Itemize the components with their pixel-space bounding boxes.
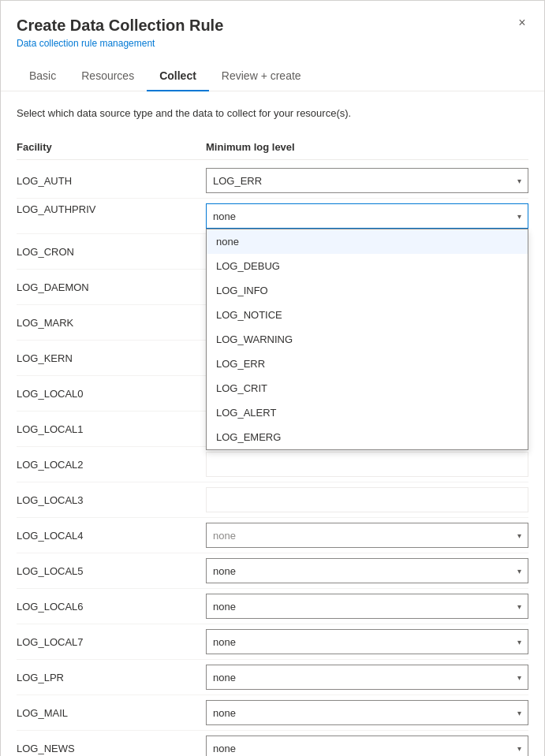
facility-column-header: Facility xyxy=(17,141,206,153)
facility-name: LOG_AUTHPRIV xyxy=(17,203,206,215)
dropdown-value: none xyxy=(213,565,236,577)
table-row: LOG_LPR none ▾ xyxy=(17,660,528,695)
dropdown-value: LOG_ERR xyxy=(213,175,262,187)
chevron-down-icon: ▾ xyxy=(517,531,521,540)
facility-name: LOG_MAIL xyxy=(17,707,206,719)
create-data-collection-rule-dialog: Create Data Collection Rule Data collect… xyxy=(0,0,545,756)
table-row: LOG_MAIL none ▾ xyxy=(17,695,528,731)
instruction-text: Select which data source type and the da… xyxy=(17,107,528,119)
chevron-down-icon: ▾ xyxy=(517,212,521,221)
facility-table: Facility Minimum log level LOG_AUTH LOG_… xyxy=(17,135,528,756)
dropdown-option[interactable]: LOG_WARNING xyxy=(207,327,528,352)
loglevel-column-header: Minimum log level xyxy=(206,141,528,153)
chevron-down-icon: ▾ xyxy=(517,638,521,646)
loglevel-dropdown-log-local4[interactable]: none ▾ xyxy=(206,523,528,548)
loglevel-cell: none ▾ xyxy=(206,523,528,548)
dropdown-option[interactable]: none xyxy=(207,229,528,254)
facility-name: LOG_DAEMON xyxy=(17,281,206,293)
table-row: LOG_AUTH LOG_ERR ▾ xyxy=(17,163,528,199)
loglevel-dropdown-log-auth[interactable]: LOG_ERR ▾ xyxy=(206,168,528,193)
loglevel-dropdown-log-local7[interactable]: none ▾ xyxy=(206,629,528,654)
dialog-body: Select which data source type and the da… xyxy=(1,91,544,756)
tab-review-create[interactable]: Review + create xyxy=(209,61,314,91)
facility-name: LOG_CRON xyxy=(17,246,206,258)
dropdown-option[interactable]: LOG_ERR xyxy=(207,352,528,376)
facility-name: LOG_LOCAL5 xyxy=(17,565,206,577)
chevron-down-icon: ▾ xyxy=(517,177,521,185)
loglevel-cell: LOG_ERR ▾ xyxy=(206,168,528,193)
table-row: LOG_LOCAL7 none ▾ xyxy=(17,624,528,660)
dialog-header: Create Data Collection Rule Data collect… xyxy=(1,1,544,61)
tab-collect[interactable]: Collect xyxy=(147,61,209,91)
loglevel-cell: none ▾ xyxy=(206,558,528,583)
dropdown-value: none xyxy=(213,530,236,542)
loglevel-cell: none ▾ xyxy=(206,665,528,690)
loglevel-dropdown-log-authpriv[interactable]: none ▾ xyxy=(206,203,528,229)
dropdown-value: none xyxy=(213,707,236,719)
table-row: LOG_NEWS none ▾ xyxy=(17,731,528,756)
dropdown-option[interactable]: LOG_ALERT xyxy=(207,400,528,425)
loglevel-cell: none ▾ xyxy=(206,700,528,725)
table-row: LOG_LOCAL4 none ▾ xyxy=(17,518,528,553)
table-row: LOG_AUTHPRIV none ▾ none LOG_DEBUG LOG_I… xyxy=(17,199,528,234)
dropdown-value: none xyxy=(213,601,236,613)
dropdown-option[interactable]: LOG_EMERG xyxy=(207,425,528,449)
loglevel-dropdown-log-lpr[interactable]: none ▾ xyxy=(206,665,528,690)
facility-name: LOG_LOCAL7 xyxy=(17,636,206,648)
loglevel-dropdown-log-local2[interactable] xyxy=(206,452,528,477)
facility-name: LOG_LOCAL6 xyxy=(17,601,206,613)
facility-name: LOG_AUTH xyxy=(17,175,206,187)
chevron-down-icon: ▾ xyxy=(517,709,521,717)
loglevel-dropdown-log-news[interactable]: none ▾ xyxy=(206,736,528,756)
dropdown-value: none xyxy=(213,636,236,648)
facility-name: LOG_LOCAL2 xyxy=(17,459,206,471)
tab-basic[interactable]: Basic xyxy=(17,61,69,91)
dialog-title: Create Data Collection Rule xyxy=(17,17,528,35)
dropdown-option[interactable]: LOG_CRIT xyxy=(207,376,528,400)
table-header: Facility Minimum log level xyxy=(17,135,528,160)
table-row: LOG_LOCAL3 xyxy=(17,482,528,518)
tab-resources[interactable]: Resources xyxy=(69,61,147,91)
dropdown-menu: none LOG_DEBUG LOG_INFO LOG_NOTICE LOG_W… xyxy=(206,229,528,450)
loglevel-dropdown-log-mail[interactable]: none ▾ xyxy=(206,700,528,725)
loglevel-cell xyxy=(206,452,528,477)
dialog-subtitle: Data collection rule management xyxy=(17,38,528,49)
chevron-down-icon: ▾ xyxy=(517,602,521,611)
facility-name: LOG_NEWS xyxy=(17,743,206,754)
loglevel-dropdown-log-local6[interactable]: none ▾ xyxy=(206,594,528,619)
dropdown-value: none xyxy=(213,210,236,222)
facility-name: LOG_LOCAL3 xyxy=(17,494,206,506)
dropdown-value: none xyxy=(213,743,236,754)
facility-name: LOG_KERN xyxy=(17,352,206,364)
facility-name: LOG_LOCAL4 xyxy=(17,530,206,542)
loglevel-cell: none ▾ xyxy=(206,736,528,756)
loglevel-cell xyxy=(206,487,528,512)
loglevel-cell: none ▾ none LOG_DEBUG LOG_INFO LOG_NOTIC… xyxy=(206,203,528,229)
table-row: LOG_LOCAL2 xyxy=(17,447,528,482)
facility-name: LOG_LOCAL0 xyxy=(17,388,206,400)
dropdown-option[interactable]: LOG_NOTICE xyxy=(207,303,528,327)
table-row: LOG_LOCAL6 none ▾ xyxy=(17,589,528,624)
loglevel-cell: none ▾ xyxy=(206,629,528,654)
chevron-down-icon: ▾ xyxy=(517,567,521,575)
loglevel-cell: none ▾ xyxy=(206,594,528,619)
chevron-down-icon: ▾ xyxy=(517,744,521,753)
dropdown-option[interactable]: LOG_INFO xyxy=(207,278,528,303)
facility-name: LOG_LOCAL1 xyxy=(17,423,206,435)
tab-bar: Basic Resources Collect Review + create xyxy=(1,61,544,91)
loglevel-dropdown-log-local3[interactable] xyxy=(206,487,528,512)
chevron-down-icon: ▾ xyxy=(517,673,521,682)
facility-name: LOG_LPR xyxy=(17,672,206,683)
dropdown-option[interactable]: LOG_DEBUG xyxy=(207,254,528,278)
loglevel-dropdown-log-local5[interactable]: none ▾ xyxy=(206,558,528,583)
facility-name: LOG_MARK xyxy=(17,317,206,329)
dropdown-value: none xyxy=(213,672,236,683)
table-row: LOG_LOCAL5 none ▾ xyxy=(17,553,528,589)
close-button[interactable]: × xyxy=(513,13,532,32)
